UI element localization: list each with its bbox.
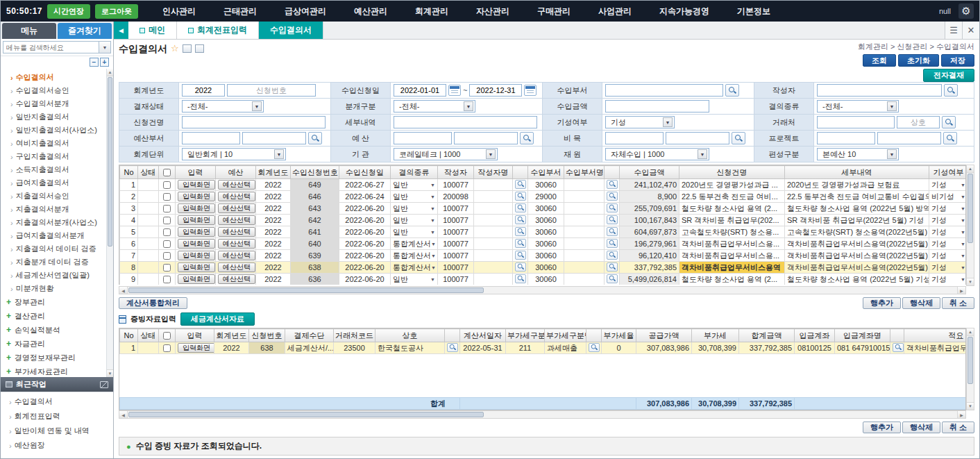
vendor-name-input[interactable] <box>897 116 940 128</box>
income-date-to-input[interactable] <box>469 84 522 97</box>
budget-select-button[interactable]: 예산선택 <box>218 262 255 272</box>
row-search-button[interactable] <box>515 227 526 236</box>
sidebar-item[interactable]: ›미분개현황 <box>5 282 105 295</box>
delete-row-button[interactable]: 행삭제 <box>902 297 940 309</box>
sidebar-group[interactable]: +경영정보재무관리 <box>5 351 105 365</box>
fund-source-select[interactable]: 자체수입 | 1000▼ <box>605 148 709 160</box>
budget-select-button[interactable]: 예산선택 <box>218 215 255 225</box>
input-screen-button[interactable]: 입력화면 <box>178 180 215 190</box>
copy-screen-icon[interactable] <box>183 44 192 53</box>
grid-row[interactable]: 3입력화면예산선택20226432022-06-20일반▼10007730060… <box>120 203 967 215</box>
logout-button[interactable]: 로그아웃 <box>95 4 138 19</box>
sidebar-item[interactable]: ›지출분개 데이터 검증 <box>5 256 105 269</box>
resolution-type-cell-select[interactable]: 통합계산서▼ <box>393 239 435 249</box>
expense-item-code-input[interactable] <box>605 132 664 144</box>
recent-item[interactable]: ›예산원장 <box>3 438 110 453</box>
row-search-button[interactable] <box>607 227 618 236</box>
request-no-input[interactable] <box>227 84 316 97</box>
budget-dept-code-input[interactable] <box>182 132 240 144</box>
completion-cell-select[interactable]: 기성▼ <box>931 180 965 190</box>
clear-recent-icon[interactable] <box>100 381 108 388</box>
row-search-button[interactable] <box>607 274 618 283</box>
resolution-type-cell-select[interactable]: 일반▼ <box>393 215 435 226</box>
row-search-button[interactable] <box>893 343 904 352</box>
input-screen-button[interactable]: 입력화면 <box>178 343 214 353</box>
select-all-checkbox[interactable] <box>163 332 171 340</box>
grid-row[interactable]: 7입력화면예산선택20226392022-06-20통합계산서▼10007730… <box>120 250 967 262</box>
row-checkbox[interactable] <box>163 240 171 248</box>
row-search-button[interactable] <box>515 203 526 212</box>
grid-row[interactable]: 9입력화면예산선택20226362022-06-20일반▼10007730060… <box>120 274 967 285</box>
row-checkbox[interactable] <box>163 264 171 272</box>
add-row-button[interactable]: 행추가 <box>863 422 901 433</box>
input-screen-button[interactable]: 입력화면 <box>178 251 215 260</box>
income-dept-search-button[interactable] <box>725 84 739 97</box>
sidebar-scrollbar[interactable]: ▲ ▼ <box>106 69 113 377</box>
expense-item-search-button[interactable] <box>732 132 745 144</box>
document-tab[interactable]: 회계전표입력 <box>177 22 259 39</box>
project-search-button[interactable] <box>943 132 957 144</box>
nav-item[interactable]: 회계관리 <box>415 6 448 17</box>
sidebar-group[interactable]: +장부관리 <box>5 295 105 309</box>
row-search-button[interactable] <box>515 192 526 201</box>
sidebar-item[interactable]: ›지출결의서승인 <box>5 190 105 203</box>
tax-invoice-button[interactable]: 세금계산서자료 <box>180 312 255 326</box>
row-search-button[interactable] <box>607 192 618 201</box>
row-checkbox[interactable] <box>163 252 171 260</box>
sidebar-item[interactable]: ›구입지출결의서 <box>5 150 105 163</box>
request-title-input[interactable] <box>182 116 326 128</box>
income-date-from-input[interactable] <box>394 84 446 97</box>
input-screen-button[interactable]: 입력화면 <box>178 203 215 213</box>
settings-button[interactable]: ⚙ <box>958 3 974 19</box>
writer-search-button[interactable] <box>944 84 958 97</box>
scroll-thumb[interactable] <box>108 77 112 247</box>
completion-cell-select[interactable]: 기성▼ <box>931 215 965 226</box>
grid2-vscrollbar[interactable]: ▲ ▼ <box>966 328 974 410</box>
add-row-button[interactable]: 행추가 <box>863 297 901 309</box>
cancel-button[interactable]: 취 소 <box>942 297 974 309</box>
budget-dept-search-button[interactable] <box>308 132 322 144</box>
new-window-icon[interactable] <box>195 44 204 53</box>
sidebar-item[interactable]: ›여비지출결의서 <box>5 137 105 150</box>
row-search-button[interactable] <box>607 215 618 224</box>
close-tab-button[interactable]: ✕ <box>962 22 979 39</box>
grid-row[interactable]: 6입력화면예산선택20226402022-06-20통합계산서▼10007730… <box>120 238 967 250</box>
sidebar-item[interactable]: ›일반지출결의서(사업소) <box>5 124 105 137</box>
budget-select-button[interactable]: 예산선택 <box>218 227 255 237</box>
sidebar-tab-favorites[interactable]: 즐겨찾기 <box>58 23 112 39</box>
budget-dept-name-input[interactable] <box>242 132 306 144</box>
input-screen-button[interactable]: 입력화면 <box>178 239 215 249</box>
expand-all-button[interactable]: + <box>100 58 109 67</box>
scroll-thumb[interactable] <box>128 287 484 293</box>
sidebar-item[interactable]: ›소득지출결의서 <box>5 163 105 176</box>
sidebar-item[interactable]: ›지출결의서분개(사업소) <box>5 216 105 229</box>
row-search-button[interactable] <box>447 343 458 352</box>
completion-select[interactable]: 기성▼ <box>605 116 675 128</box>
save-button[interactable]: 저장 <box>941 54 974 67</box>
sidebar-tab-menu[interactable]: 메뉴 <box>2 23 56 39</box>
document-tab[interactable]: 수입결의서 <box>259 22 323 39</box>
scroll-down-icon[interactable]: ▼ <box>967 278 974 285</box>
income-dept-input[interactable] <box>605 84 723 97</box>
document-tab[interactable]: 메인 <box>128 22 177 39</box>
grid1-vscrollbar[interactable]: ▲ ▼ <box>966 165 974 286</box>
grid-row[interactable]: 1입력화면예산선택20226492022-06-27일반▼10007730060… <box>120 179 967 191</box>
budget-select-button[interactable]: 예산선택 <box>218 180 255 190</box>
row-checkbox[interactable] <box>163 181 171 189</box>
budget-code-input[interactable] <box>394 132 452 144</box>
resolution-type-cell-select[interactable]: 일반▼ <box>393 192 435 202</box>
row-checkbox[interactable] <box>163 344 171 352</box>
scroll-thumb[interactable] <box>968 174 973 243</box>
completion-cell-select[interactable]: 기성▼ <box>931 251 965 261</box>
nav-item[interactable]: 지속가능경영 <box>659 6 709 17</box>
sidebar-group[interactable]: +결산관리 <box>5 309 105 323</box>
scroll-down-icon[interactable]: ▼ <box>967 402 974 410</box>
sidebar-group[interactable]: +손익실적분석 <box>5 323 105 337</box>
scroll-thumb[interactable] <box>128 412 484 417</box>
sidebar-item[interactable]: ›수입결의서분개 <box>5 97 105 110</box>
grid-row[interactable]: 8입력화면예산선택20226382022-06-20통합계산서▼10007730… <box>120 262 967 274</box>
budget-select-button[interactable]: 예산선택 <box>218 274 255 284</box>
scroll-up-icon[interactable]: ▲ <box>967 328 974 336</box>
search-dropdown-button[interactable]: ▼ <box>99 41 111 53</box>
sidebar-item[interactable]: ›수입결의서승인 <box>5 84 105 97</box>
